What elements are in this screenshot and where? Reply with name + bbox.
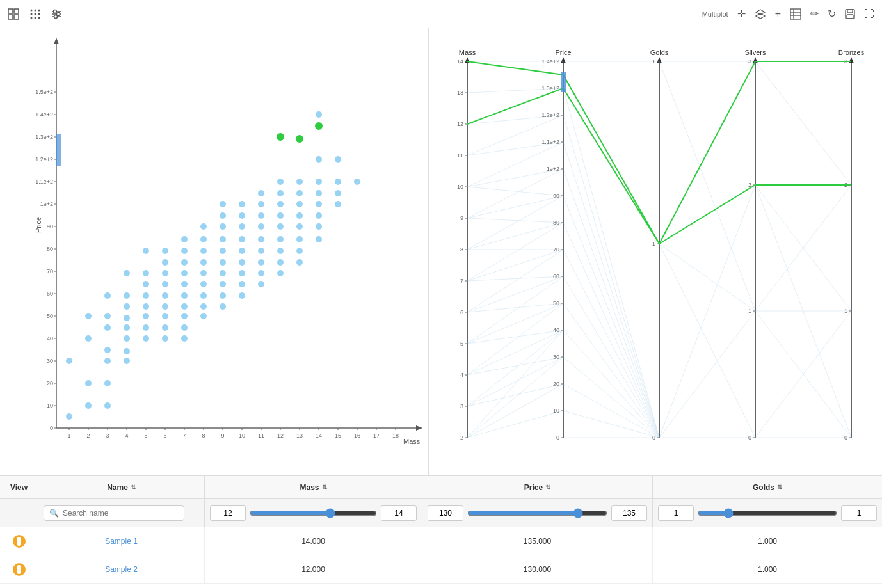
mass-sort-icon[interactable]: ⇅ <box>322 484 327 491</box>
row-price-2: 130.000 <box>422 555 653 583</box>
svg-point-122 <box>200 313 207 319</box>
svg-point-184 <box>316 223 322 230</box>
svg-line-332 <box>563 276 659 438</box>
y-arrow <box>54 38 59 44</box>
svg-text:2: 2 <box>460 434 463 441</box>
svg-point-173 <box>239 236 245 242</box>
grid-icon[interactable] <box>8 8 19 20</box>
svg-line-318 <box>467 169 563 187</box>
fh-golds: Golds ⇅ <box>653 476 882 498</box>
golds-sort-icon[interactable]: ⇅ <box>777 484 782 491</box>
svg-text:15: 15 <box>335 433 341 439</box>
svg-line-342 <box>659 311 755 438</box>
mass-label: Mass <box>300 483 319 492</box>
svg-text:20: 20 <box>47 380 53 386</box>
price-max-input[interactable] <box>611 505 647 521</box>
svg-point-143 <box>258 281 264 287</box>
mass-min-input[interactable] <box>210 505 246 521</box>
expand-icon[interactable]: ⛶ <box>864 8 874 20</box>
svg-point-180 <box>239 223 245 230</box>
pen-icon[interactable]: ✏ <box>810 8 819 20</box>
svg-point-150 <box>239 270 245 276</box>
svg-point-100 <box>104 380 111 386</box>
svg-text:10: 10 <box>239 433 245 439</box>
svg-point-147 <box>181 270 188 276</box>
svg-text:10: 10 <box>47 402 53 409</box>
svg-text:1.1e+2: 1.1e+2 <box>541 139 559 145</box>
layers-icon[interactable] <box>755 8 766 20</box>
svg-point-188 <box>277 212 284 219</box>
svg-text:70: 70 <box>47 268 53 274</box>
svg-point-176 <box>296 236 303 242</box>
svg-line-309 <box>467 250 563 281</box>
svg-point-128 <box>220 303 226 310</box>
scatter-x-label: Mass <box>403 438 421 445</box>
y-ticks: 0 10 20 30 40 50 60 70 80 90 1e+2 1.1e+2… <box>35 89 56 431</box>
dots-grid-icon[interactable] <box>29 8 41 20</box>
svg-line-292 <box>467 411 563 438</box>
svg-line-313 <box>467 196 563 250</box>
svg-point-200 <box>296 190 303 196</box>
price-min-input[interactable] <box>428 505 463 521</box>
svg-rect-1 <box>14 9 19 13</box>
svg-point-144 <box>124 270 130 276</box>
price-sort-icon[interactable]: ⇅ <box>545 484 550 491</box>
svg-point-187 <box>258 212 264 219</box>
svg-point-106 <box>85 335 92 342</box>
price-arrow <box>561 57 566 63</box>
svg-line-327 <box>563 411 659 438</box>
svg-point-212 <box>315 122 323 130</box>
svg-point-201 <box>316 190 322 196</box>
svg-point-7 <box>31 13 33 15</box>
svg-text:7: 7 <box>460 278 463 284</box>
search-input[interactable] <box>63 509 179 518</box>
add-icon[interactable]: + <box>775 8 781 20</box>
svg-line-339 <box>563 88 659 438</box>
golds-range-slider[interactable] <box>698 508 837 518</box>
golds-slider-wrap <box>698 508 837 518</box>
svg-line-310 <box>467 223 563 281</box>
svg-text:10: 10 <box>457 184 463 190</box>
sliders-icon[interactable] <box>51 8 63 20</box>
golds-min-input[interactable] <box>658 505 694 521</box>
svg-point-10 <box>31 17 33 19</box>
svg-point-9 <box>38 13 40 15</box>
svg-line-356 <box>755 185 851 438</box>
price-label: Price <box>524 483 543 492</box>
svg-point-193 <box>258 201 264 207</box>
svg-text:50: 50 <box>47 313 53 319</box>
svg-point-96 <box>66 413 72 420</box>
table-icon[interactable] <box>790 8 801 20</box>
svg-text:1.2e+2: 1.2e+2 <box>541 112 559 118</box>
price-slider-wrap <box>467 508 607 518</box>
golds-max-input[interactable] <box>841 505 877 521</box>
fh-mass: Mass ⇅ <box>205 476 422 498</box>
golds-arrow <box>657 57 662 63</box>
svg-point-133 <box>181 292 188 299</box>
x-arrow <box>416 425 422 431</box>
svg-point-134 <box>200 292 207 299</box>
svg-point-156 <box>220 259 226 266</box>
refresh-icon[interactable]: ↻ <box>828 8 836 20</box>
svg-text:5: 5 <box>460 340 463 347</box>
move-icon[interactable]: ✛ <box>737 8 746 20</box>
svg-text:11: 11 <box>258 433 264 439</box>
svg-point-192 <box>239 201 245 207</box>
scatter-dots <box>66 111 360 420</box>
svg-point-174 <box>258 236 264 242</box>
price-range-slider[interactable] <box>467 508 607 518</box>
svg-point-102 <box>104 358 111 364</box>
svg-point-117 <box>104 313 111 319</box>
svg-point-213 <box>316 111 322 118</box>
mass-range-slider[interactable] <box>250 508 377 518</box>
svg-point-123 <box>124 303 130 310</box>
row-name-1: Sample 1 <box>38 527 205 555</box>
svg-point-203 <box>277 179 284 185</box>
svg-text:1.3e+2: 1.3e+2 <box>35 134 53 140</box>
mass-max-input[interactable] <box>381 505 417 521</box>
svg-line-304 <box>467 276 563 344</box>
svg-point-146 <box>162 270 168 276</box>
name-sort-icon[interactable]: ⇅ <box>131 484 136 491</box>
save-icon[interactable] <box>845 9 855 19</box>
search-input-wrap[interactable]: 🔍 <box>44 505 184 521</box>
